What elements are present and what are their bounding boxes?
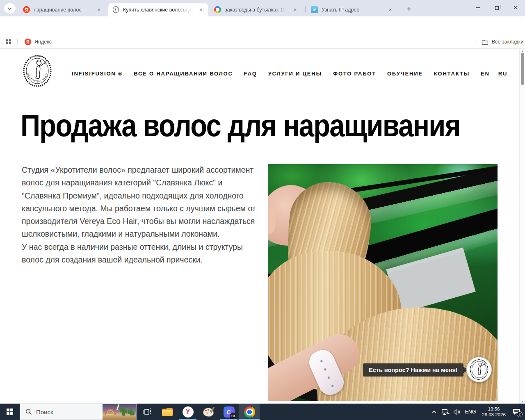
language-switcher: EN RU	[481, 71, 507, 77]
chat-bubble-label: Есть вопрос? Нажми на меня!	[369, 367, 458, 373]
tray-expand-button[interactable]	[428, 404, 440, 420]
tab-title: Купить славянские волосы для	[123, 7, 195, 13]
clock[interactable]: 19:56 26.03.2026	[478, 406, 509, 418]
new-tab-button[interactable]: +	[404, 4, 414, 14]
yandex-favicon: Я	[23, 6, 30, 13]
bookmark-label: Яндекс	[34, 39, 52, 45]
lightning-icon	[116, 404, 119, 410]
window-restore-button[interactable]	[487, 0, 506, 16]
bookmarks-separator	[475, 39, 475, 45]
scroll-down-arrow[interactable]: ▼	[520, 400, 525, 403]
apps-grid-icon	[6, 39, 11, 45]
yandex-browser-button[interactable]: Y	[178, 404, 198, 420]
intro-text: Студия «Укротители волос» предлагает шир…	[22, 164, 259, 266]
system-tray: ENG 19:56 26.03.2026 2	[428, 404, 523, 420]
windows-logo-icon	[7, 409, 13, 415]
tab-title: Узнать IP адрес	[322, 7, 384, 13]
google-favicon	[214, 6, 221, 13]
chat-widget-bubble[interactable]: Есть вопрос? Нажми на меня!	[363, 363, 463, 377]
browser-toolbar: ← → ukrotiteli-volos.com/volosy-dlya-nar…	[0, 16, 525, 35]
speaker-icon	[454, 409, 461, 415]
page-viewport: UKROTITELI VOLOS INFISIFUSION ® ВСЕ О НА…	[0, 49, 525, 404]
tab-search-button[interactable]	[4, 3, 16, 14]
tab-title: заказ воды в бутылках 19 литр	[225, 7, 289, 13]
bookmark-yandex[interactable]: Я Яндекс	[25, 37, 52, 46]
search-icon	[25, 409, 32, 415]
tab-close-icon[interactable]: ×	[387, 6, 394, 13]
tab-water-order[interactable]: заказ воды в бутылках 19 литр ×	[210, 3, 303, 16]
chrome-icon	[244, 406, 255, 418]
intro-paragraph-1: Студия «Укротители волос» предлагает шир…	[22, 164, 259, 241]
cactus-icon	[122, 407, 125, 416]
page-scrollbar[interactable]: ▲ ▼	[519, 49, 525, 404]
nav-item-services-prices[interactable]: УСЛУГИ И ЦЕНЫ	[268, 71, 322, 77]
all-bookmarks-label: Все закладки	[492, 39, 523, 45]
language-indicator[interactable]: ENG	[463, 404, 478, 420]
tab-yandex-search[interactable]: Я наращивание волос — Яндекс ×	[19, 3, 107, 16]
tab-ip-address[interactable]: IP Узнать IP адрес ×	[307, 3, 398, 16]
nav-item-photo-works[interactable]: ФОТО РАБОТ	[333, 71, 376, 77]
network-status-button[interactable]	[440, 404, 451, 420]
network-icon	[442, 409, 450, 415]
file-explorer-button[interactable]	[157, 404, 178, 420]
paint-button[interactable]	[198, 404, 219, 420]
hero-photo-blonde-hair: Есть вопрос? Нажми на меня!	[268, 164, 498, 401]
apps-shortcut-button[interactable]	[6, 37, 11, 46]
site-navigation: INFISIFUSION ® ВСЕ О НАРАЩИВАНИИ ВОЛОС F…	[72, 67, 504, 80]
lang-en[interactable]: EN	[481, 71, 490, 77]
tab-strip: Я наращивание волос — Яндекс × Купить сл…	[0, 0, 525, 16]
nav-item-contacts[interactable]: КОНТАКТЫ	[434, 71, 470, 77]
tab-title: наращивание волос — Яндекс	[34, 7, 93, 13]
all-bookmarks-button[interactable]: Все закладки	[482, 37, 523, 46]
lang-ru[interactable]: RU	[498, 71, 507, 77]
cactus-icon	[130, 409, 132, 415]
paint-palette-icon	[203, 407, 214, 417]
chrome-button[interactable]	[239, 404, 260, 420]
window-close-button[interactable]: ×	[506, 0, 525, 16]
folder-icon	[482, 39, 488, 45]
task-view-button[interactable]	[137, 404, 157, 420]
nav-item-training[interactable]: ОБУЧЕНИЕ	[387, 71, 423, 77]
windows-taskbar: Поиск Y C 10	[0, 404, 525, 420]
nav-item-all-about-extensions[interactable]: ВСЕ О НАРАЩИВАНИИ ВОЛОС	[134, 71, 233, 77]
nav-item-infisifusion[interactable]: INFISIFUSION ®	[72, 71, 123, 77]
tray-time: 19:56	[488, 406, 500, 411]
chevron-up-icon	[432, 411, 436, 413]
window-minimize-button[interactable]	[468, 0, 487, 16]
tab-close-icon[interactable]: ×	[197, 6, 204, 13]
notification-count-badge: 10	[230, 413, 236, 419]
messenger-app-button[interactable]: C 10	[219, 404, 239, 420]
tab-close-icon[interactable]: ×	[96, 6, 103, 13]
tab-close-icon[interactable]: ×	[292, 6, 299, 13]
folder-icon	[162, 408, 173, 416]
tab-active-hair-shop[interactable]: Купить славянские волосы для ×	[108, 3, 208, 16]
search-highlight-weather-image[interactable]	[103, 404, 136, 420]
search-placeholder: Поиск	[36, 409, 103, 415]
restore-icon	[495, 6, 499, 10]
minimize-icon	[476, 7, 480, 8]
tray-date: 26.03.2026	[482, 412, 506, 417]
yandex-favicon: Я	[25, 39, 31, 45]
chat-logo-icon	[469, 359, 489, 380]
nav-item-faq[interactable]: FAQ	[244, 71, 257, 77]
rainbow-icon	[105, 409, 116, 415]
photo-watch-dots	[317, 357, 336, 388]
taskbar-search-box[interactable]: Поиск	[20, 404, 137, 420]
notification-badge: 2	[517, 411, 523, 417]
site-logo[interactable]: UKROTITELI VOLOS	[23, 55, 52, 87]
scroll-up-arrow[interactable]: ▲	[520, 50, 525, 52]
scrollbar-thumb[interactable]	[521, 53, 524, 85]
bookmarks-bar: Я Яндекс Все закладки	[0, 35, 525, 49]
ip-favicon: IP	[311, 6, 318, 13]
chevron-down-icon	[8, 7, 12, 10]
yandex-browser-icon: Y	[183, 406, 194, 418]
volume-button[interactable]	[451, 404, 463, 420]
page-title: Продажа волос для наращивания	[21, 107, 460, 143]
task-view-icon	[142, 407, 152, 416]
chat-widget-button[interactable]	[466, 357, 492, 382]
start-button[interactable]	[0, 404, 20, 420]
bookmarks-separator	[17, 39, 18, 45]
intro-paragraph-2: У нас всегда в наличии разные оттенки, д…	[22, 241, 259, 267]
action-center-button[interactable]: 2	[509, 404, 523, 420]
tab-separator	[305, 6, 306, 12]
